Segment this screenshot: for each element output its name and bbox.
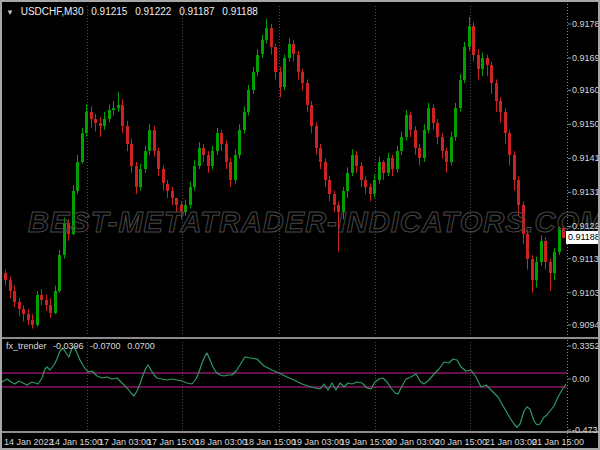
price-axis-label: 0.91600 [572, 85, 600, 95]
price-axis-label: 0.91505 [572, 119, 600, 129]
price-axis-label: 0.91035 [572, 288, 600, 298]
watermark: BEST-METATRADER-INDICATORS.COM [28, 206, 600, 239]
candle-up [396, 151, 399, 169]
candle-up [351, 155, 354, 173]
candle-down [297, 55, 300, 73]
time-axis-label: 17 Jan 03:00 [99, 437, 151, 447]
candle-down [369, 187, 372, 194]
candle-up [450, 137, 453, 162]
candle-down [324, 162, 327, 180]
candle-down [31, 320, 34, 325]
price-axis-label: 0.91220 [572, 221, 600, 231]
candle-down [319, 148, 322, 162]
candle-up [211, 151, 214, 165]
candle-up [387, 158, 390, 172]
candle-up [144, 151, 147, 169]
candle-down [513, 155, 516, 180]
candle-down [432, 108, 435, 122]
candle-up [256, 55, 259, 73]
candle-up [265, 28, 268, 40]
candle-down [301, 72, 304, 83]
candle-down [315, 126, 318, 148]
candle-down [229, 162, 232, 180]
candle-down [549, 262, 552, 273]
panel-separator[interactable] [2, 337, 598, 339]
candle-down [45, 300, 48, 305]
candle-up [54, 291, 57, 313]
candle-down [126, 126, 129, 144]
candle-up [148, 130, 151, 152]
candle-down [355, 155, 358, 166]
candle-down [220, 133, 223, 144]
indicator-axis-label: 0.00 [572, 374, 590, 384]
candle-down [328, 180, 331, 194]
indicator-axis-label: -0.4731 [572, 425, 600, 435]
time-axis-label: 19 Jan 15:00 [340, 437, 392, 447]
candle-up [468, 26, 471, 48]
candle-up [261, 40, 264, 54]
indicator-current-value: -0.0396 [53, 341, 84, 351]
candle-up [234, 155, 237, 180]
candle-up [405, 115, 408, 136]
time-axis-label: 18 Jan 15:00 [244, 437, 296, 447]
candle-down [130, 144, 133, 166]
candle-down [9, 280, 12, 291]
candle-up [247, 90, 250, 112]
indicator-level-neg: -0.0700 [90, 341, 121, 351]
candle-down [49, 305, 52, 312]
candle-up [283, 58, 286, 87]
candle-down [274, 47, 277, 72]
price-axis-label: 0.91410 [572, 153, 600, 163]
candle-up [378, 162, 381, 180]
candle-up [243, 112, 246, 130]
current-price-box: 0.91188 [566, 231, 598, 244]
candle-up [454, 108, 457, 137]
candle-up [400, 137, 403, 151]
candle-down [207, 155, 210, 166]
candle-down [544, 241, 547, 262]
candle-down [391, 158, 394, 169]
candle-down [490, 65, 493, 83]
time-axis-label: 14 Jan 15:00 [50, 437, 102, 447]
candle-down [13, 291, 16, 302]
candle-up [103, 119, 106, 126]
candle-up [198, 148, 201, 166]
candle-down [472, 26, 475, 55]
indicator-level-pos: 0.0700 [127, 341, 155, 351]
time-axis-label: 21 Jan 15:00 [532, 437, 584, 447]
candle-down [175, 198, 178, 205]
candle-up [535, 262, 538, 280]
candle-down [333, 194, 336, 205]
candle-up [373, 180, 376, 194]
time-axis-label: 18 Jan 03:00 [195, 437, 247, 447]
candle-up [252, 72, 255, 90]
time-axis-label: 19 Jan 03:00 [292, 437, 344, 447]
expand-arrow-icon[interactable]: ▼ [6, 8, 14, 17]
candle-up [238, 130, 241, 155]
candle-down [153, 130, 156, 152]
candle-up [112, 108, 115, 110]
candle-down [22, 309, 25, 314]
candle-down [40, 295, 43, 300]
candle-down [436, 123, 439, 137]
candle-down [531, 259, 534, 281]
candle-down [90, 112, 93, 119]
candle-down [504, 112, 507, 134]
ohlc-open: 0.91215 [91, 6, 127, 17]
candle-up [85, 112, 88, 134]
candle-down [441, 137, 444, 151]
candle-up [117, 105, 120, 109]
candle-up [216, 133, 219, 151]
candle-up [346, 173, 349, 191]
candle-down [508, 133, 511, 155]
candle-down [166, 184, 169, 191]
candle-down [499, 101, 502, 112]
candle-up [76, 162, 79, 191]
candle-up [58, 255, 61, 291]
candle-down [279, 72, 282, 86]
candle-up [108, 110, 111, 119]
candle-down [477, 55, 480, 69]
indicator-label: fx_trender -0.0396 -0.0700 0.0700 [6, 341, 159, 351]
ohlc-low: 0.91187 [179, 6, 214, 17]
candle-down [225, 144, 228, 162]
